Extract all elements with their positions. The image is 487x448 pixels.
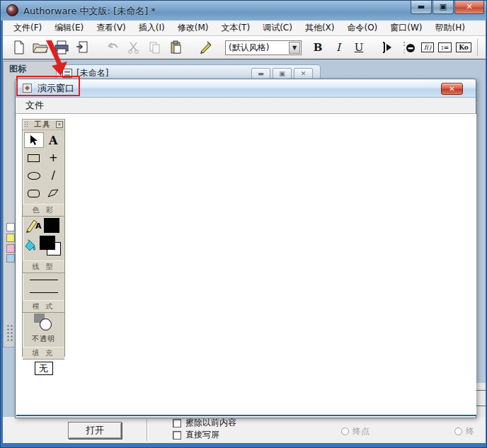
mode-circle-icon [40,318,52,331]
design-window-title: [未命名] [76,67,249,79]
menu-help[interactable]: 帮助(H) [429,21,471,35]
crosshair-tool[interactable]: + [44,150,64,166]
text-tool[interactable]: A [44,132,64,148]
restore-button[interactable]: ▣ [432,1,454,14]
new-file-icon[interactable] [10,39,28,56]
text-color-row[interactable]: A [23,217,64,235]
rounded-rect-tool[interactable] [24,185,44,201]
endpoint2-radio[interactable] [454,427,462,435]
color-swatch-yellow[interactable] [6,234,15,242]
direct-write-label: 直接写屏 [185,429,219,441]
design-close-button[interactable]: ✕ [294,68,313,79]
knowledge-object-icon[interactable]: Ko [456,42,471,52]
erase-previous-label: 擦除以前内容 [185,417,236,429]
fill-section-header: 填 充 [23,347,64,360]
presentation-menu-file[interactable]: 文件 [20,98,50,113]
variables-icon[interactable]: := [438,42,452,52]
presentation-canvas[interactable]: 工具 ✕ A + / [16,114,476,416]
menu-insert[interactable]: 插入(I) [132,21,171,35]
tool-palette-header[interactable]: 工具 ✕ [23,120,64,130]
presentation-titlebar[interactable]: 演示窗口 ✕ [16,79,476,98]
mode-section-header: 模 式 [23,300,64,313]
italic-button[interactable]: I [329,39,348,56]
polygon-tool[interactable] [44,185,64,201]
minimize-button[interactable]: ▬ [411,1,432,14]
direct-write-checkbox[interactable] [173,431,181,440]
tool-palette-title: 工具 [30,120,56,130]
bold-button[interactable]: B [309,39,327,56]
menu-file[interactable]: 文件(F) [7,21,48,35]
format-brush-icon[interactable] [197,39,215,56]
erase-previous-checkbox[interactable] [173,419,181,427]
pointer-tool[interactable] [24,132,44,148]
menu-command[interactable]: 命令(O) [340,21,384,35]
style-dropdown[interactable]: (默认风格) ▼ [225,40,302,55]
copy-icon[interactable] [146,39,164,56]
app-titlebar[interactable]: Authorware 中文版: [未命名] * ▬ ▣ ✕ [1,1,487,21]
line-tool[interactable]: / [44,168,64,183]
close-button[interactable]: ✕ [454,1,484,14]
paste-icon[interactable] [167,39,185,56]
tool-palette-close-icon[interactable]: ✕ [56,121,63,128]
undo-icon[interactable] [103,39,122,56]
colors-section-header: 色 彩 [23,204,64,217]
paint-bucket-icon [24,239,37,253]
color-swatch-pink[interactable] [6,244,15,253]
annotation-arrow [38,39,80,79]
color-swatch-blue[interactable] [6,254,15,263]
endpoint-radio-label: 终点 [353,425,369,437]
menu-text[interactable]: 文本(T) [214,21,256,35]
menu-bar: 文件(F) 编辑(E) 查看(V) 插入(I) 修改(M) 文本(T) 调试(C… [3,21,486,36]
color-swatch-white[interactable] [6,223,15,231]
style-dropdown-value: (默认风格) [226,42,289,54]
app-title: Authorware 中文版: [未命名] * [23,5,156,18]
underline-button[interactable]: U [350,39,368,56]
text-color-letter: A [35,222,42,231]
restart-flag-icon[interactable] [400,39,418,56]
menu-modify[interactable]: 修改(M) [171,21,215,35]
endpoint2-radio-label: 终 [466,425,474,437]
menu-debug[interactable]: 调试(C) [256,21,299,35]
fill-none-button[interactable]: 无 [35,362,53,375]
menu-window[interactable]: 窗口(W) [384,21,428,35]
tool-palette: 工具 ✕ A + / [22,119,65,357]
properties-panel: 打开 擦除以前内容 直接写屏 终点 终 [3,417,486,443]
line-type-section-header: 线 型 [23,260,64,273]
presentation-window: 演示窗口 ✕ 文件 工具 ✕ A [15,79,476,418]
arrow-cursor-icon [29,134,38,146]
line-weight-thin[interactable] [23,273,64,286]
menu-other[interactable]: 其他(X) [299,21,341,35]
menu-edit[interactable]: 编辑(E) [48,21,90,35]
fill-color-row[interactable] [23,235,64,259]
rectangle-tool[interactable] [24,150,44,166]
design-minimize-button[interactable]: ▬ [251,68,270,79]
mode-label: 不透明 [23,334,64,344]
mode-opaque-selector[interactable] [23,313,64,334]
app-logo-icon [6,4,18,16]
design-restore-button[interactable]: ▣ [273,68,292,79]
presentation-close-button[interactable]: ✕ [441,83,463,95]
functions-icon[interactable]: f() [421,42,434,52]
line-weight-medium[interactable] [23,286,64,299]
palette-grip-dots[interactable] [24,121,28,128]
open-button[interactable]: 打开 [68,422,122,439]
stroke-color-swatch[interactable] [44,218,59,233]
cut-icon[interactable] [125,39,143,56]
foreground-color-swatch[interactable] [40,236,55,250]
presentation-menubar: 文件 [16,98,476,114]
divider [147,419,147,441]
endpoint-radio[interactable] [341,427,349,435]
authorware-app-window: Authorware 中文版: [未命名] * ▬ ▣ ✕ 文件(F) 编辑(E… [0,0,487,448]
ellipse-tool[interactable] [24,168,44,183]
run-flag-icon[interactable] [379,39,397,56]
chevron-down-icon[interactable]: ▼ [289,42,300,54]
annotation-highlight-rect [16,76,80,96]
palette-grip[interactable] [6,324,13,343]
polygon-icon [47,189,59,197]
menu-view[interactable]: 查看(V) [90,21,132,35]
